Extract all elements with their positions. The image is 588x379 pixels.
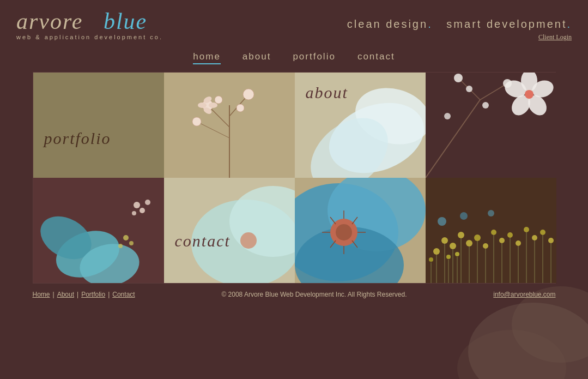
logo-subtitle: web & application development co. bbox=[16, 34, 163, 40]
logo-area: arvore blue web & application developmen… bbox=[16, 10, 163, 40]
contact-cell[interactable]: contact bbox=[164, 178, 295, 283]
svg-point-96 bbox=[468, 303, 588, 379]
svg-point-84 bbox=[540, 230, 545, 235]
svg-point-11 bbox=[198, 103, 207, 108]
svg-line-16 bbox=[426, 100, 480, 178]
svg-point-88 bbox=[429, 257, 433, 262]
svg-line-3 bbox=[197, 122, 229, 138]
svg-point-94 bbox=[460, 212, 468, 220]
svg-point-26 bbox=[454, 74, 463, 82]
svg-point-92 bbox=[455, 252, 459, 256]
main-grid: portfolio about bbox=[33, 72, 556, 284]
svg-line-17 bbox=[480, 83, 507, 100]
svg-point-98 bbox=[457, 330, 566, 379]
top-right-cell bbox=[426, 73, 556, 178]
footer-copyright: © 2008 Arvore Blue Web Development Inc. … bbox=[221, 291, 407, 298]
navigation: home about portfolio contact bbox=[0, 47, 588, 72]
svg-point-74 bbox=[499, 238, 505, 243]
svg-point-25 bbox=[525, 90, 534, 99]
svg-point-95 bbox=[488, 210, 494, 216]
svg-point-6 bbox=[192, 117, 201, 126]
svg-point-28 bbox=[466, 86, 472, 92]
svg-point-7 bbox=[215, 96, 222, 104]
nav-about[interactable]: about bbox=[243, 51, 271, 64]
footer: Home | About | Portfolio | Contact © 200… bbox=[33, 288, 556, 301]
footer-portfolio-link[interactable]: Portfolio bbox=[81, 291, 105, 298]
about-label: about bbox=[306, 83, 348, 102]
svg-point-82 bbox=[532, 235, 537, 240]
svg-point-66 bbox=[466, 240, 472, 246]
footer-home-link[interactable]: Home bbox=[33, 291, 50, 298]
bottom-right-cell bbox=[426, 178, 556, 283]
footer-about-link[interactable]: About bbox=[57, 291, 74, 298]
center-top-cell bbox=[164, 73, 295, 178]
svg-point-12 bbox=[209, 103, 217, 108]
svg-point-34 bbox=[134, 202, 140, 208]
svg-point-62 bbox=[450, 243, 456, 249]
svg-point-64 bbox=[458, 232, 464, 238]
svg-point-93 bbox=[438, 217, 446, 226]
bg-decorative-flowers bbox=[425, 270, 588, 379]
tagline-part1: clean design bbox=[347, 18, 428, 30]
svg-point-60 bbox=[441, 237, 448, 244]
svg-point-40 bbox=[118, 244, 123, 248]
svg-point-37 bbox=[145, 200, 150, 205]
tagline-part2: smart development bbox=[446, 18, 567, 30]
header-right: clean design. smart development. Client … bbox=[347, 10, 572, 41]
nav-home[interactable]: home bbox=[193, 51, 221, 64]
svg-point-39 bbox=[129, 241, 134, 245]
tagline: clean design. smart development. bbox=[347, 18, 572, 31]
logo-arvore: arvore bbox=[16, 9, 83, 34]
header: arvore blue web & application developmen… bbox=[0, 0, 588, 47]
svg-point-36 bbox=[132, 211, 136, 215]
contact-label: contact bbox=[175, 232, 231, 250]
about-cell[interactable]: about bbox=[295, 73, 426, 178]
svg-point-78 bbox=[516, 240, 521, 246]
bottom-left-cell bbox=[33, 178, 164, 283]
svg-point-30 bbox=[444, 113, 451, 119]
center-flower-cell bbox=[295, 178, 426, 283]
svg-point-43 bbox=[240, 232, 257, 249]
svg-point-5 bbox=[243, 89, 254, 100]
footer-email[interactable]: info@arvoreblue.com bbox=[493, 291, 555, 298]
svg-point-68 bbox=[474, 234, 481, 241]
portfolio-cell[interactable]: portfolio bbox=[33, 73, 164, 178]
nav-contact[interactable]: contact bbox=[357, 51, 395, 64]
svg-point-38 bbox=[123, 235, 129, 240]
logo-blue: blue bbox=[104, 9, 147, 34]
svg-point-80 bbox=[524, 227, 529, 232]
portfolio-label: portfolio bbox=[44, 129, 111, 148]
svg-point-35 bbox=[140, 208, 145, 213]
svg-point-72 bbox=[491, 230, 496, 235]
svg-point-48 bbox=[336, 224, 352, 240]
svg-point-27 bbox=[503, 79, 512, 88]
svg-point-76 bbox=[507, 232, 513, 238]
svg-point-70 bbox=[483, 243, 488, 249]
svg-point-58 bbox=[433, 248, 440, 255]
svg-point-29 bbox=[482, 102, 489, 109]
footer-contact-link[interactable]: Contact bbox=[112, 291, 135, 298]
nav-portfolio[interactable]: portfolio bbox=[293, 51, 335, 64]
logo: arvore blue bbox=[16, 10, 163, 33]
svg-point-8 bbox=[237, 104, 244, 112]
svg-point-86 bbox=[548, 238, 554, 243]
svg-point-90 bbox=[446, 255, 451, 259]
client-login-link[interactable]: Client Login bbox=[538, 33, 572, 41]
footer-nav: Home | About | Portfolio | Contact bbox=[33, 291, 135, 298]
